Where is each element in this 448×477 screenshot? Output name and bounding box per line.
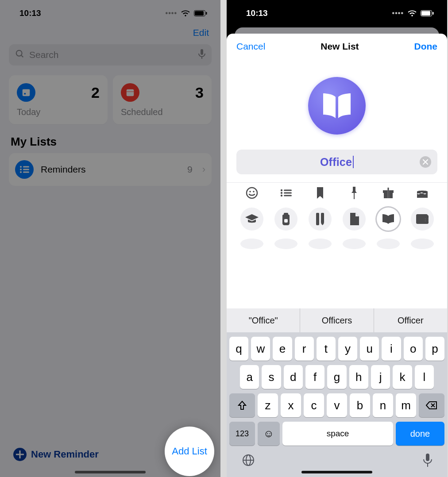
list-name-input[interactable]: Office — [236, 150, 437, 174]
cancel-button[interactable]: Cancel — [236, 41, 265, 52]
document-icon[interactable] — [343, 208, 366, 231]
key-y[interactable]: y — [338, 337, 357, 361]
key-e[interactable]: e — [273, 337, 292, 361]
creditcard-icon[interactable] — [240, 238, 263, 249]
key-o[interactable]: o — [404, 337, 423, 361]
search-placeholder: Search — [29, 50, 194, 60]
book-icon[interactable] — [377, 208, 400, 231]
svg-rect-36 — [321, 213, 324, 223]
dim-overlay — [0, 0, 220, 477]
dictation-icon[interactable] — [198, 49, 205, 61]
edit-button[interactable]: Edit — [193, 27, 209, 38]
battery-icon — [194, 10, 207, 16]
key-v[interactable]: v — [327, 393, 347, 417]
smiley-icon[interactable] — [240, 186, 263, 200]
running-icon[interactable] — [377, 238, 400, 249]
keyboard-done-key[interactable]: done — [396, 422, 444, 446]
key-n[interactable]: n — [373, 393, 393, 417]
svg-rect-40 — [425, 219, 429, 221]
key-u[interactable]: u — [360, 337, 379, 361]
globe-icon[interactable] — [242, 454, 255, 470]
key-d[interactable]: d — [284, 365, 303, 389]
suggestion-2[interactable]: Officers — [300, 308, 374, 332]
emoji-key[interactable]: ☺ — [258, 422, 280, 446]
key-b[interactable]: b — [350, 393, 370, 417]
delete-key[interactable] — [419, 393, 444, 417]
fork-knife-icon[interactable] — [411, 238, 434, 249]
home-indicator[interactable] — [301, 471, 372, 473]
svg-rect-19 — [433, 12, 434, 15]
svg-point-13 — [20, 169, 22, 170]
today-card[interactable]: 2 Today — [9, 75, 108, 124]
home-indicator[interactable] — [75, 471, 146, 473]
list-count: 9 — [187, 164, 193, 175]
key-row-1: q w e r t y u i o p — [227, 332, 447, 361]
search-field[interactable]: Search — [9, 44, 212, 65]
cellular-dots-icon: •••• — [166, 9, 177, 17]
keyboard: "Office" Officers Officer q w e r t y u … — [227, 308, 447, 477]
key-t[interactable]: t — [317, 337, 336, 361]
bookmark-icon[interactable] — [309, 186, 332, 200]
status-time: 10:13 — [246, 8, 268, 18]
clear-text-button[interactable] — [420, 156, 431, 168]
list-bullet-icon[interactable] — [274, 186, 297, 200]
key-j[interactable]: j — [371, 365, 390, 389]
banknote-icon[interactable] — [274, 238, 297, 249]
status-bar: 10:13 •••• — [0, 0, 220, 27]
new-list-sheet-screen: 10:13 •••• Cancel New List Done Office — [227, 0, 447, 477]
key-h[interactable]: h — [349, 365, 368, 389]
key-g[interactable]: g — [327, 365, 346, 389]
key-i[interactable]: i — [382, 337, 401, 361]
ruler-pencil-icon[interactable] — [309, 208, 332, 231]
svg-point-22 — [253, 191, 255, 192]
list-row-reminders[interactable]: Reminders 9 › — [9, 153, 212, 186]
text-cursor — [353, 156, 354, 168]
done-button[interactable]: Done — [414, 41, 437, 52]
suggestion-3[interactable]: Officer — [374, 308, 447, 332]
scheduled-card[interactable]: 3 Scheduled — [113, 75, 212, 124]
key-a[interactable]: a — [240, 365, 259, 389]
wallet-icon[interactable] — [411, 208, 434, 231]
pin-icon[interactable] — [343, 186, 366, 200]
space-key[interactable]: space — [282, 422, 393, 446]
svg-rect-33 — [284, 219, 288, 223]
backpack-icon[interactable] — [274, 208, 297, 231]
graduation-cap-icon[interactable] — [240, 208, 263, 231]
person-icon[interactable] — [343, 238, 366, 249]
key-m[interactable]: m — [396, 393, 416, 417]
svg-rect-44 — [426, 454, 429, 461]
people-icon[interactable] — [309, 238, 332, 249]
status-bar: 10:13 •••• — [227, 0, 447, 27]
shift-key[interactable] — [229, 393, 255, 417]
key-k[interactable]: k — [393, 365, 412, 389]
cake-icon[interactable] — [411, 186, 434, 200]
dictation-icon[interactable] — [423, 454, 432, 470]
today-label: Today — [17, 107, 100, 117]
key-s[interactable]: s — [262, 365, 281, 389]
reminders-home-screen: 10:13 •••• Edit Search 2 — [0, 0, 220, 477]
key-l[interactable]: l — [415, 365, 434, 389]
svg-rect-26 — [284, 192, 292, 193]
wifi-icon — [181, 10, 190, 17]
key-c[interactable]: c — [304, 393, 324, 417]
sheet-title: New List — [321, 41, 359, 52]
new-reminder-button[interactable]: New Reminder — [13, 448, 99, 461]
add-list-highlight[interactable]: Add List — [165, 427, 214, 476]
list-bullet-icon — [15, 160, 34, 179]
key-row-3: z x c v b n m — [227, 389, 447, 417]
numbers-key[interactable]: 123 — [229, 422, 255, 446]
svg-rect-5 — [201, 49, 203, 55]
key-r[interactable]: r — [295, 337, 314, 361]
key-p[interactable]: p — [425, 337, 444, 361]
svg-rect-9 — [127, 89, 134, 96]
suggestion-1[interactable]: "Office" — [227, 308, 300, 332]
gift-icon[interactable] — [377, 186, 400, 200]
icon-picker-grid — [227, 182, 447, 249]
key-f[interactable]: f — [305, 365, 324, 389]
key-x[interactable]: x — [281, 393, 301, 417]
key-z[interactable]: z — [258, 393, 278, 417]
svg-point-20 — [247, 188, 257, 198]
key-q[interactable]: q — [229, 337, 248, 361]
key-w[interactable]: w — [251, 337, 270, 361]
plus-circle-icon — [13, 448, 27, 461]
